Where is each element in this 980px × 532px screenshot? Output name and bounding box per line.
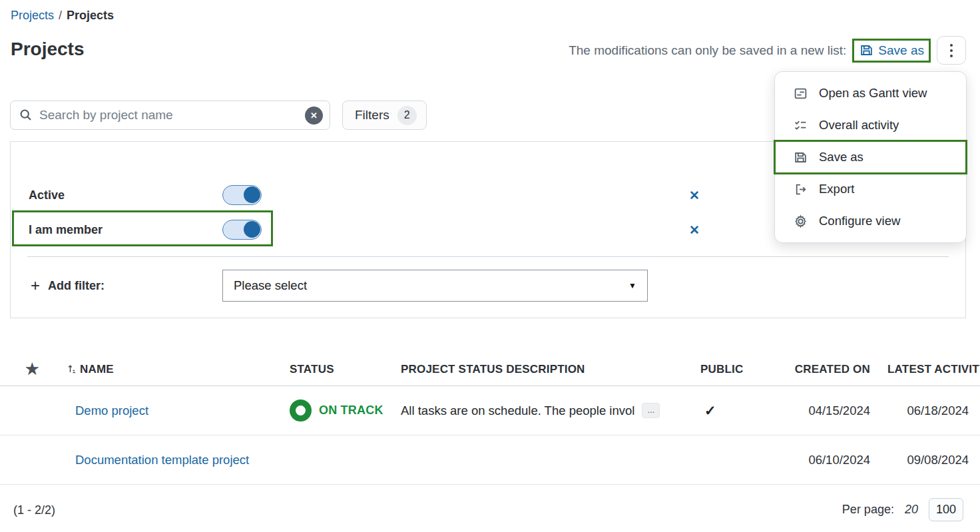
- column-header-created-on[interactable]: CREATED ON: [760, 363, 870, 376]
- menu-item-overall-activity[interactable]: Overall activity: [775, 109, 966, 141]
- pagination-range: (1 - 2/2): [13, 503, 55, 517]
- created-on-cell: 04/15/2024: [760, 403, 870, 418]
- menu-item-label: Export: [819, 182, 854, 196]
- status-on-track-icon: [290, 399, 312, 421]
- status-cell: ON TRACK: [290, 399, 401, 421]
- member-filter-toggle[interactable]: [222, 220, 262, 240]
- created-on-cell: 06/10/2024: [760, 453, 870, 467]
- clear-search-icon[interactable]: ✕: [305, 107, 323, 125]
- menu-item-save-as[interactable]: Save as: [775, 141, 966, 173]
- gear-icon: [793, 214, 808, 228]
- favorite-column-star-icon[interactable]: ★: [25, 360, 39, 378]
- remove-filter-icon[interactable]: ✕: [689, 188, 700, 203]
- menu-item-configure-view[interactable]: Configure view: [775, 205, 966, 237]
- search-input[interactable]: [39, 108, 305, 123]
- kebab-icon: [950, 44, 953, 57]
- column-header-description[interactable]: PROJECT STATUS DESCRIPTION: [401, 363, 700, 376]
- add-filter-button[interactable]: + Add filter:: [31, 270, 105, 302]
- header-actions: The modifications can only be saved in a…: [569, 36, 966, 65]
- more-menu-button[interactable]: [937, 36, 966, 65]
- per-page-option-100[interactable]: 100: [929, 498, 963, 521]
- filters-count-badge: 2: [397, 106, 417, 125]
- description-cell: All tasks are on schedule. The people in…: [401, 403, 700, 417]
- save-icon: [793, 150, 808, 164]
- breadcrumb-current: Projects: [67, 9, 114, 22]
- expand-description-button[interactable]: ...: [642, 403, 660, 417]
- latest-activity-cell: 06/18/2024: [870, 403, 980, 418]
- column-header-latest-activity[interactable]: LATEST ACTIVITY: [870, 363, 980, 376]
- page-title: Projects: [11, 39, 85, 60]
- column-header-status[interactable]: STATUS: [290, 363, 401, 376]
- save-as-link[interactable]: Save as: [859, 43, 924, 58]
- filter-label: Active: [29, 188, 222, 202]
- save-as-label: Save as: [878, 43, 924, 58]
- remove-filter-icon[interactable]: ✕: [689, 222, 700, 238]
- menu-item-label: Overall activity: [819, 118, 899, 133]
- save-icon: [859, 43, 873, 58]
- filters-label: Filters: [355, 108, 389, 123]
- add-filter-label: Add filter:: [48, 279, 105, 293]
- export-icon: [793, 182, 808, 196]
- per-page-controls: Per page: 20 100: [842, 498, 963, 521]
- save-hint-text: The modifications can only be saved in a…: [569, 43, 846, 58]
- table-row: Documentation template project 06/10/202…: [0, 435, 980, 485]
- breadcrumb: Projects/Projects: [11, 9, 114, 23]
- menu-item-label: Open as Gantt view: [819, 86, 927, 101]
- activity-checklist-icon: [793, 118, 808, 133]
- chevron-down-icon: ▼: [628, 281, 636, 290]
- gantt-view-icon: [793, 86, 808, 101]
- status-badge: ON TRACK: [319, 403, 383, 417]
- search-box: ✕: [10, 101, 330, 130]
- menu-item-open-as-gantt[interactable]: Open as Gantt view: [775, 77, 966, 109]
- select-value: Please select: [234, 278, 307, 293]
- projects-table: ★ NAME STATUS PROJECT STATUS DESCRIPTION…: [0, 353, 980, 485]
- table-row: Demo project ON TRACK All tasks are on s…: [0, 386, 980, 435]
- column-header-public[interactable]: PUBLIC: [700, 363, 760, 376]
- latest-activity-cell: 09/08/2024: [870, 453, 980, 467]
- plus-icon: +: [31, 278, 40, 294]
- column-header-name[interactable]: NAME: [80, 363, 114, 376]
- status-description-text: All tasks are on schedule. The people in…: [401, 403, 634, 418]
- filters-button[interactable]: Filters 2: [342, 101, 427, 130]
- panel-divider: [27, 256, 949, 257]
- menu-item-label: Save as: [819, 150, 863, 164]
- add-filter-select[interactable]: Please select ▼: [222, 270, 648, 302]
- table-header-row: ★ NAME STATUS PROJECT STATUS DESCRIPTION…: [0, 353, 980, 386]
- per-page-label: Per page:: [842, 503, 894, 517]
- projects-page: Projects/Projects Projects The modificat…: [0, 0, 980, 532]
- public-check-icon: ✓: [700, 403, 716, 418]
- per-page-current: 20: [905, 503, 918, 517]
- add-filter-row: + Add filter: Please select ▼: [11, 270, 965, 302]
- more-menu-dropdown: Open as Gantt view Overall activity Save…: [774, 71, 967, 243]
- breadcrumb-separator: /: [59, 9, 62, 22]
- project-link[interactable]: Documentation template project: [75, 453, 249, 467]
- sort-ascending-icon[interactable]: [68, 364, 76, 374]
- save-as-annotation-box: Save as: [852, 39, 931, 63]
- filter-label: I am member: [29, 223, 222, 237]
- menu-item-export[interactable]: Export: [775, 173, 966, 205]
- project-link[interactable]: Demo project: [75, 403, 148, 418]
- breadcrumb-link-projects[interactable]: Projects: [11, 9, 54, 22]
- search-icon: [19, 109, 33, 122]
- active-filter-toggle[interactable]: [222, 185, 262, 205]
- menu-item-label: Configure view: [819, 214, 900, 228]
